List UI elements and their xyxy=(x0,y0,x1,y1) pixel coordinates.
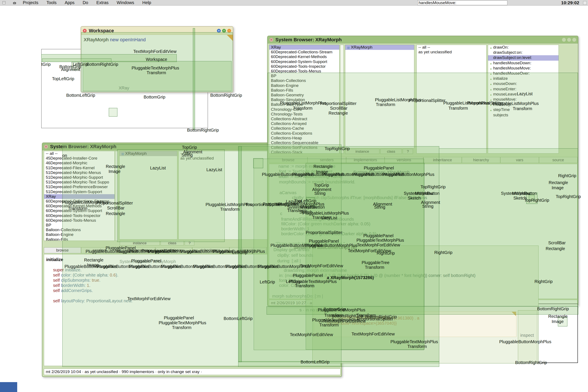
xray-overlay-box xyxy=(238,361,439,367)
xray-morph-label: String xyxy=(181,153,193,158)
xray-morph-label: Workspace xyxy=(146,57,167,62)
package-list-item[interactable]: 60Deprecated-System-Support xyxy=(269,59,339,64)
xray-morph-label: PluggableButtonMorphPlus xyxy=(499,339,551,344)
xray-morph-label: tGrip xyxy=(41,62,50,67)
xray-overlay-box xyxy=(439,148,578,307)
xray-morph-label: Transform xyxy=(407,344,427,349)
xray-morph-label: TopRightGrip xyxy=(524,198,549,203)
method-list-item[interactable]: ▲drawSubject:on:level: xyxy=(488,55,559,60)
expand-icon[interactable] xyxy=(567,38,571,42)
xray-morph-label: LazyList xyxy=(150,166,166,170)
xray-overlay-box xyxy=(193,28,195,130)
xray-overlay-box xyxy=(253,158,263,168)
window-menu-icon[interactable] xyxy=(2,1,6,5)
package-list-item[interactable]: 60Deprecated-Kernel-Methods xyxy=(269,54,339,59)
class-list-item[interactable]: ▦XRayMorph xyxy=(345,45,414,50)
desktop: ProjectsToolsAppsDoExtrasWindowsHelp han… xyxy=(0,0,588,392)
xray-morph-label: ProportionalSplitter xyxy=(409,98,446,103)
xray-overlay-box xyxy=(117,150,225,242)
xray-morph-label: TextMorphForEditView xyxy=(127,296,170,301)
window-title: System Browser: XRayMorph xyxy=(275,37,342,42)
xray-morph-label: BottomRightGrip xyxy=(515,360,547,365)
menu-bar: ProjectsToolsAppsDoExtrasWindowsHelp han… xyxy=(0,0,588,6)
xray-morph-label: PluggableTree xyxy=(362,260,389,265)
method-list-item[interactable]: ▲handlesMouseMove: xyxy=(488,66,559,71)
xray-overlay-box xyxy=(109,108,117,116)
xray-morph-label: RightGrip xyxy=(558,173,576,178)
xray-morph-label: LeftGrip xyxy=(260,280,275,284)
menu-item[interactable]: Windows xyxy=(117,0,134,5)
menu-item[interactable]: Extras xyxy=(96,0,108,5)
close-icon[interactable]: ✕ xyxy=(44,145,48,148)
menu-icon[interactable]: ▾ xyxy=(217,29,221,33)
xray-morph-label: TopRightGrip xyxy=(325,146,350,151)
xray-morph-label: XRay xyxy=(119,86,129,90)
category-list-item[interactable]: as yet unclassified xyxy=(417,50,486,54)
xray-morph-label: Transform xyxy=(513,106,532,111)
xray-morph-label: RightGrip xyxy=(434,250,452,255)
xray-morph-label: BottomGrip xyxy=(324,307,345,312)
xray-morph-label: Rectangle xyxy=(329,111,348,116)
xray-morph-label: PluggablePanel xyxy=(131,258,161,264)
class-icon: ▦ xyxy=(347,45,351,50)
search-message-field[interactable]: handlesMouseMove: xyxy=(418,0,507,5)
package-list-item[interactable]: XRay xyxy=(269,45,339,50)
browser-titlebar[interactable]: ✕ System Browser: XRayMorph xyxy=(268,36,578,44)
menu-items: ProjectsToolsAppsDoExtrasWindowsHelp xyxy=(23,0,151,5)
occluded-text: inspect xyxy=(520,333,534,338)
close-icon[interactable]: ✕ xyxy=(83,29,87,33)
xray-morph-label: ScrollBar xyxy=(107,206,124,210)
xray-morph-label: ScrollBar xyxy=(330,106,347,111)
xray-morph-label: Image xyxy=(552,319,564,324)
clock: 10:29:02 xyxy=(561,0,579,6)
xray-morph-label: on xyxy=(62,153,67,158)
xray-morph-label: Transform xyxy=(68,206,87,211)
xray-morph-label: ProportionalSplitter xyxy=(320,101,356,106)
squeak-mouse-icon[interactable] xyxy=(12,1,16,5)
xray-morph-label: Sketch xyxy=(513,196,527,200)
xray-morph-label: BottomGrip xyxy=(144,94,165,100)
menu-item[interactable]: Help xyxy=(142,0,151,5)
override-arrow-icon: ▲ xyxy=(490,45,493,50)
xray-morph-label: MorphButton xyxy=(512,191,537,196)
xray-morph-label: Image xyxy=(552,185,564,190)
category-list-item[interactable]: -- all -- xyxy=(417,45,486,50)
xray-morph-label: BottomLeftGrip xyxy=(224,316,253,321)
method-list-item[interactable]: ▲drawSubject:on: xyxy=(488,50,559,55)
xray-morph-label: LeftGrip xyxy=(73,62,88,67)
expand-icon[interactable]: + xyxy=(222,29,226,33)
tray-icon[interactable] xyxy=(583,1,587,5)
menu-item[interactable]: Do xyxy=(83,0,88,5)
menu-item[interactable]: Tools xyxy=(46,0,56,5)
xray-morph-label: PluggableTextMorphPlus xyxy=(132,66,179,70)
package-list-item[interactable]: 60Deprecated-Tools-Inspector xyxy=(269,64,339,69)
xray-morph-label: PluggableTextMorphPlus xyxy=(390,339,438,344)
xray-morph-label: Transform xyxy=(376,102,395,107)
collapse-icon[interactable]: − xyxy=(227,29,231,33)
close-icon[interactable]: ✕ xyxy=(269,38,273,42)
xray-morph-label: LazyList xyxy=(517,92,533,96)
xray-morph-label: Rectangle xyxy=(546,246,565,251)
menu-icon[interactable] xyxy=(562,38,566,42)
xray-morph-label: String xyxy=(374,205,385,210)
menu-item[interactable]: Projects xyxy=(23,0,38,5)
collapse-icon[interactable] xyxy=(572,38,576,42)
xray-morph-label: Sketch xyxy=(408,196,421,200)
xray-morph-label: BottomRightGrip xyxy=(210,93,242,98)
method-list-item[interactable]: ▲handlesMouseDown: xyxy=(488,61,559,66)
xray-morph-label: PluggableButtonMorphPlus xyxy=(382,172,434,177)
method-list-item[interactable]: ▲drawOn: xyxy=(488,45,559,50)
xray-morph-label: TextMorphForEditView xyxy=(300,264,343,268)
xray-morph-label: TopGrip xyxy=(182,145,197,150)
xray-morph-label: Transform xyxy=(147,70,166,75)
menu-item[interactable]: Apps xyxy=(65,0,75,5)
xray-morph-label: Rectangle xyxy=(548,314,568,319)
xray-morph-label: LeftGrip xyxy=(232,250,247,255)
package-list-item[interactable]: 60Deprecated-Collections-Stream xyxy=(269,50,339,54)
xray-morph-label: PluggablePanel xyxy=(363,233,393,238)
xray-morph-label: PluggableListMorphPlus xyxy=(205,202,252,207)
override-arrow-icon: ▲ xyxy=(490,61,493,66)
xray-morph-label: PluggablePanel xyxy=(293,273,323,278)
xray-morph-label: Transform xyxy=(220,207,239,212)
xray-morph-label: Transform xyxy=(365,265,384,270)
